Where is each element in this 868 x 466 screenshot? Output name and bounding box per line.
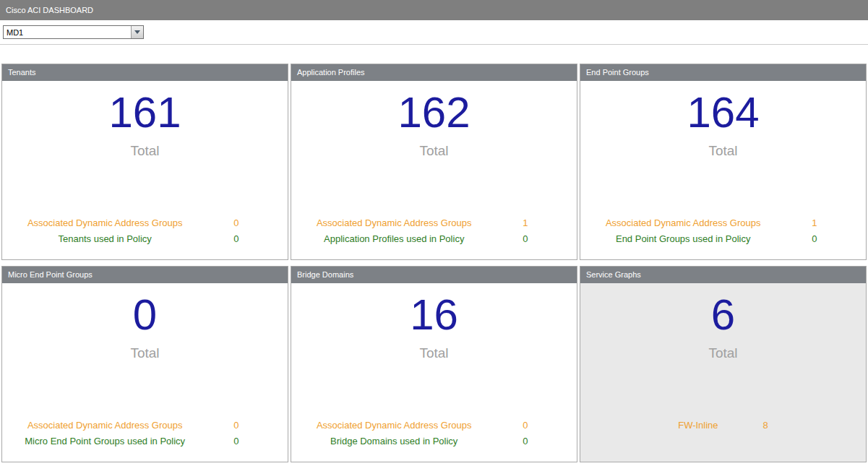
fabric-dropdown[interactable]: MD1 — [3, 25, 144, 39]
metric-label: End Point Groups used in Policy — [580, 233, 786, 244]
total-label: Total — [291, 143, 577, 159]
total-count: 162 — [291, 91, 577, 134]
metric-label: Application Profiles used in Policy — [291, 233, 497, 244]
metric-value: 0 — [207, 217, 265, 228]
app-header: Cisco ACI DASHBOARD — [0, 0, 868, 20]
metric-row-associated-groups: Associated Dynamic Address Groups 1 — [580, 215, 866, 230]
card-title: Application Profiles — [291, 64, 577, 81]
metric-row-associated-groups: Associated Dynamic Address Groups 0 — [291, 417, 577, 433]
metric-value: 8 — [763, 420, 768, 431]
card-body: 6 Total FW-Inline 8 — [580, 283, 866, 462]
total-count: 6 — [580, 293, 866, 337]
metric-rows: Associated Dynamic Address Groups 1 Appl… — [291, 215, 577, 259]
metric-row-used-in-policy: Bridge Domains used in Policy 0 — [291, 433, 577, 449]
card-body: 164 Total Associated Dynamic Address Gro… — [580, 81, 866, 259]
card-end-point-groups[interactable]: End Point Groups 164 Total Associated Dy… — [580, 64, 867, 260]
metric-row-associated-groups: Associated Dynamic Address Groups 1 — [291, 215, 577, 230]
total-label: Total — [2, 143, 288, 159]
fabric-dropdown-value: MD1 — [4, 26, 131, 38]
card-body: 0 Total Associated Dynamic Address Group… — [2, 283, 288, 462]
spacer — [580, 433, 866, 449]
metric-value: 0 — [497, 233, 554, 244]
metric-value: 0 — [207, 420, 265, 431]
card-body: 16 Total Associated Dynamic Address Grou… — [291, 283, 577, 462]
metric-value: 1 — [786, 217, 843, 228]
card-application-profiles[interactable]: Application Profiles 162 Total Associate… — [291, 64, 577, 260]
metric-value: 0 — [497, 436, 554, 446]
metric-row-associated-groups: Associated Dynamic Address Groups 0 — [2, 417, 288, 433]
metric-label: Bridge Domains used in Policy — [291, 436, 497, 446]
total-count: 0 — [2, 293, 288, 337]
metric-label: Associated Dynamic Address Groups — [2, 420, 207, 431]
total-count: 16 — [291, 293, 577, 337]
card-service-graphs[interactable]: Service Graphs 6 Total FW-Inline 8 — [580, 266, 867, 462]
dashboard-grid: Tenants 161 Total Associated Dynamic Add… — [0, 45, 868, 462]
metric-label: Associated Dynamic Address Groups — [291, 217, 497, 228]
metric-label: FW-Inline — [678, 420, 718, 431]
metric-row-fw-inline: FW-Inline 8 — [580, 417, 866, 433]
metric-rows: Associated Dynamic Address Groups 0 Tena… — [2, 215, 288, 259]
card-body: 161 Total Associated Dynamic Address Gro… — [2, 81, 288, 259]
card-bridge-domains[interactable]: Bridge Domains 16 Total Associated Dynam… — [291, 266, 577, 462]
metric-value: 1 — [497, 217, 554, 228]
metric-row-used-in-policy: Micro End Point Groups used in Policy 0 — [2, 433, 288, 449]
total-label: Total — [580, 143, 866, 159]
metric-label: Tenants used in Policy — [2, 233, 207, 244]
card-micro-end-point-groups[interactable]: Micro End Point Groups 0 Total Associate… — [1, 266, 288, 462]
card-title: Bridge Domains — [291, 267, 577, 283]
metric-value: 0 — [497, 420, 554, 431]
metric-row-associated-groups: Associated Dynamic Address Groups 0 — [2, 215, 288, 230]
metric-rows: Associated Dynamic Address Groups 0 Micr… — [2, 417, 288, 462]
card-title: End Point Groups — [580, 64, 866, 81]
card-body: 162 Total Associated Dynamic Address Gro… — [291, 81, 577, 259]
metric-value: 0 — [786, 233, 843, 244]
card-title: Tenants — [2, 64, 288, 81]
total-count: 164 — [580, 91, 866, 134]
toolbar: MD1 — [0, 20, 868, 45]
total-label: Total — [291, 345, 577, 361]
metric-label: Micro End Point Groups used in Policy — [2, 436, 207, 446]
metric-value: 0 — [207, 233, 265, 244]
total-label: Total — [2, 345, 288, 361]
metric-row-used-in-policy: Tenants used in Policy 0 — [2, 230, 288, 246]
app-title: Cisco ACI DASHBOARD — [6, 6, 93, 14]
metric-label: Associated Dynamic Address Groups — [580, 217, 786, 228]
metric-row-used-in-policy: Application Profiles used in Policy 0 — [291, 230, 577, 246]
total-label: Total — [580, 345, 866, 361]
metric-row-used-in-policy: End Point Groups used in Policy 0 — [580, 230, 866, 246]
metric-label: Associated Dynamic Address Groups — [291, 420, 497, 431]
metric-rows: Associated Dynamic Address Groups 1 End … — [580, 215, 866, 259]
card-tenants[interactable]: Tenants 161 Total Associated Dynamic Add… — [1, 64, 288, 260]
total-count: 161 — [2, 91, 288, 134]
chevron-down-icon[interactable] — [131, 26, 143, 38]
metric-rows: Associated Dynamic Address Groups 0 Brid… — [291, 417, 577, 462]
metric-label: Associated Dynamic Address Groups — [2, 217, 207, 228]
card-title: Service Graphs — [580, 267, 866, 283]
metric-rows: FW-Inline 8 — [580, 417, 866, 462]
metric-value: 0 — [207, 436, 265, 446]
card-title: Micro End Point Groups — [2, 267, 288, 283]
